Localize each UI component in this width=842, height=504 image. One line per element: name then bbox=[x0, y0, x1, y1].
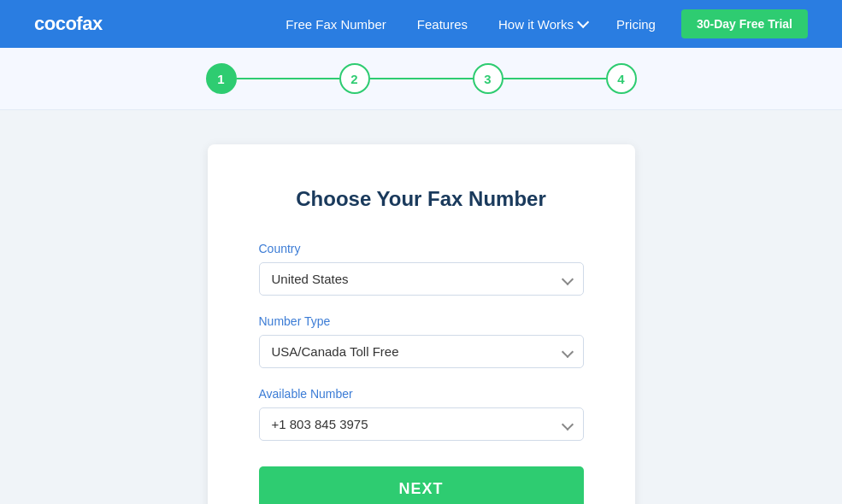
nav-features[interactable]: Features bbox=[417, 17, 468, 32]
step-3[interactable]: 3 bbox=[473, 63, 503, 94]
available-number-select-wrapper: +1 803 845 3975 +1 803 845 3976 +1 803 8… bbox=[259, 407, 584, 441]
available-number-label: Available Number bbox=[259, 387, 584, 401]
country-select-wrapper: United States Canada United Kingdom Aust… bbox=[259, 262, 584, 296]
nav-pricing[interactable]: Pricing bbox=[616, 17, 656, 32]
number-type-group: Number Type USA/Canada Toll Free Local N… bbox=[259, 314, 584, 368]
chevron-down-icon bbox=[577, 16, 589, 28]
country-group: Country United States Canada United King… bbox=[259, 242, 584, 296]
navbar: cocofax Free Fax Number Features How it … bbox=[0, 0, 842, 48]
number-type-label: Number Type bbox=[259, 314, 584, 328]
form-card: Choose Your Fax Number Country United St… bbox=[208, 144, 635, 504]
logo[interactable]: cocofax bbox=[34, 13, 103, 35]
available-number-select[interactable]: +1 803 845 3975 +1 803 845 3976 +1 803 8… bbox=[259, 407, 584, 441]
next-button[interactable]: NEXT bbox=[259, 466, 584, 504]
step-line-1 bbox=[237, 78, 339, 79]
country-label: Country bbox=[259, 242, 584, 255]
available-number-group: Available Number +1 803 845 3975 +1 803 … bbox=[259, 387, 584, 441]
form-title: Choose Your Fax Number bbox=[259, 187, 584, 211]
step-4[interactable]: 4 bbox=[606, 63, 637, 94]
country-select[interactable]: United States Canada United Kingdom Aust… bbox=[259, 262, 584, 296]
step-2[interactable]: 2 bbox=[339, 63, 370, 94]
number-type-select[interactable]: USA/Canada Toll Free Local Number bbox=[259, 335, 584, 368]
main-content: Choose Your Fax Number Country United St… bbox=[0, 110, 842, 504]
trial-button[interactable]: 30-Day Free Trial bbox=[681, 9, 808, 38]
nav-free-fax-number[interactable]: Free Fax Number bbox=[286, 17, 386, 32]
stepper-bar: 1 2 3 4 bbox=[0, 48, 842, 110]
nav-links: Free Fax Number Features How it Works Pr… bbox=[286, 17, 656, 32]
step-1[interactable]: 1 bbox=[206, 63, 237, 94]
step-line-3 bbox=[503, 78, 606, 79]
nav-how-it-works[interactable]: How it Works bbox=[498, 17, 586, 32]
step-line-2 bbox=[370, 78, 473, 79]
number-type-select-wrapper: USA/Canada Toll Free Local Number bbox=[259, 335, 584, 368]
stepper: 1 2 3 4 bbox=[206, 63, 637, 94]
